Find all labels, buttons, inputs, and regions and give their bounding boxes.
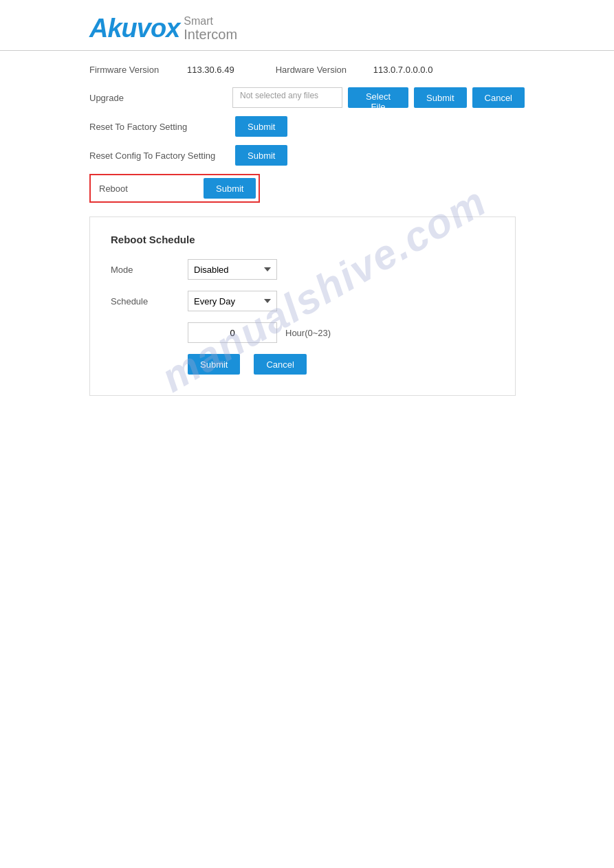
mode-label: Mode: [111, 265, 179, 275]
hardware-version-label: Hardware Version: [276, 65, 365, 75]
main-content: Firmware Version 113.30.6.49 Hardware Ve…: [0, 51, 614, 410]
logo: Akuvox Smart Intercom: [89, 14, 525, 43]
logo-smart: Smart: [184, 15, 237, 27]
upgrade-cancel-button[interactable]: Cancel: [472, 87, 525, 108]
reset-config-row: Reset Config To Factory Setting Submit: [89, 145, 525, 166]
logo-intercom: Intercom: [184, 27, 237, 42]
hour-input[interactable]: [188, 322, 277, 343]
hardware-version-block: Hardware Version 113.0.7.0.0.0.0: [276, 65, 433, 75]
firmware-version-block: Firmware Version 113.30.6.49: [89, 65, 234, 75]
select-file-button[interactable]: Select File: [348, 87, 408, 108]
schedule-cancel-button[interactable]: Cancel: [254, 354, 306, 375]
hour-row: Hour(0~23): [111, 322, 494, 343]
firmware-version-label: Firmware Version: [89, 65, 179, 75]
reboot-label: Reboot: [94, 181, 204, 197]
hour-hint: Hour(0~23): [285, 328, 331, 338]
reset-config-submit-button[interactable]: Submit: [235, 145, 287, 166]
upgrade-row: Upgrade Not selected any files Select Fi…: [89, 87, 525, 108]
logo-akuvox: Akuvox: [89, 14, 179, 43]
upgrade-submit-button[interactable]: Submit: [414, 87, 466, 108]
reset-config-label: Reset Config To Factory Setting: [89, 151, 227, 161]
schedule-select[interactable]: Every Day Monday Tuesday Wednesday Thurs…: [188, 291, 277, 311]
mode-row: Mode Disabled Enabled: [111, 259, 494, 280]
reboot-row: Reboot Submit: [89, 174, 260, 203]
reset-factory-label: Reset To Factory Setting: [89, 122, 227, 132]
reboot-schedule-section: Reboot Schedule Mode Disabled Enabled Sc…: [89, 216, 516, 396]
firmware-version-value: 113.30.6.49: [187, 65, 234, 75]
schedule-label-text: Schedule: [111, 296, 179, 307]
schedule-buttons-row: Submit Cancel: [188, 354, 494, 375]
reboot-submit-button[interactable]: Submit: [204, 178, 256, 199]
file-input-display: Not selected any files: [232, 87, 342, 108]
header: Akuvox Smart Intercom: [0, 0, 614, 51]
logo-tagline: Smart Intercom: [184, 15, 237, 43]
schedule-row: Schedule Every Day Monday Tuesday Wednes…: [111, 291, 494, 311]
reset-factory-submit-button[interactable]: Submit: [235, 116, 287, 137]
schedule-submit-button[interactable]: Submit: [188, 354, 240, 375]
mode-select[interactable]: Disabled Enabled: [188, 259, 277, 280]
upgrade-label: Upgrade: [89, 93, 227, 103]
reboot-schedule-title: Reboot Schedule: [111, 234, 494, 245]
version-row: Firmware Version 113.30.6.49 Hardware Ve…: [89, 65, 525, 75]
hardware-version-value: 113.0.7.0.0.0.0: [373, 65, 433, 75]
reset-factory-row: Reset To Factory Setting Submit: [89, 116, 525, 137]
